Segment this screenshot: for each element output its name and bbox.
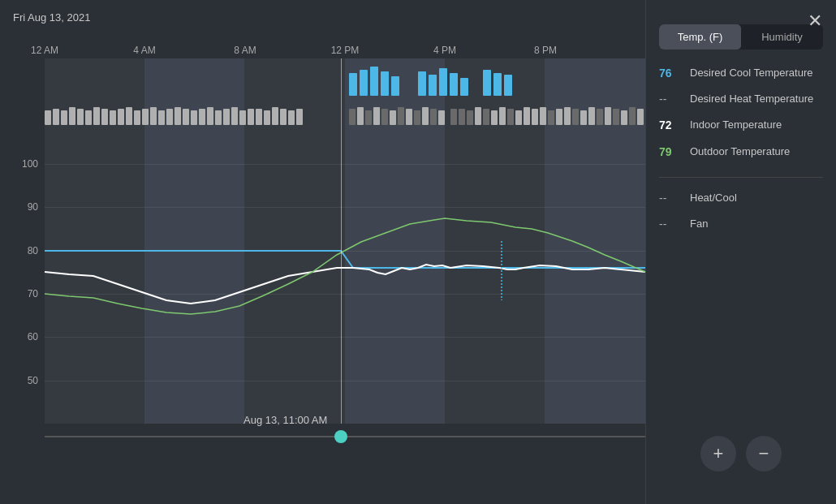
heatcool-label: Heat/Cool [690,191,737,205]
desired-cool-label: Desired Cool Temperature [690,66,813,80]
close-button[interactable]: ✕ [802,8,828,34]
cooling-bars [349,62,399,96]
fan-dash: -- [659,217,682,230]
y-label-90: 90 [28,201,38,213]
separator [659,177,823,178]
time-label-4am: 4 AM [133,45,155,56]
scrubber-dot[interactable] [334,430,347,443]
fan-label: Fan [690,217,708,231]
legend-item-desired-cool: 76 Desired Cool Temperature [659,66,823,80]
cooling-bars-3 [483,62,512,96]
desired-heat-dash: -- [659,92,682,106]
scrubber-area[interactable] [45,429,645,445]
outdoor-temp-value: 79 [659,144,682,158]
fan-bars-right [450,104,644,125]
time-label-4pm: 4 PM [433,45,456,56]
time-label-12pm: 12 PM [331,45,360,56]
desired-heat-label: Desired Heat Temperature [690,92,813,106]
legend-item-fan: -- Fan [659,217,823,231]
toggle-group: Temp. (F) Humidity [659,24,823,50]
time-axis: 12 AM 4 AM 8 AM 12 PM 4 PM 8 PM [45,42,645,58]
fan-bars-mid [349,104,445,125]
right-panel: Temp. (F) Humidity 76 Desired Cool Tempe… [645,0,836,504]
legend-item-desired-heat: -- Desired Heat Temperature [659,92,823,106]
close-icon: ✕ [808,11,822,32]
activity-area [45,58,645,164]
heatcool-dash: -- [659,191,682,205]
graph-area [45,164,645,424]
outdoor-temp-label: Outdoor Temperature [690,144,790,159]
legend-item-heatcool: -- Heat/Cool [659,191,823,205]
y-axis: 100 90 80 70 60 50 [0,164,45,424]
y-label-70: 70 [28,288,38,299]
date-label: Fri Aug 13, 2021 [13,11,90,24]
temp-toggle-btn[interactable]: Temp. (F) [659,24,741,50]
y-label-50: 50 [28,375,38,386]
time-label-8pm: 8 PM [534,45,557,56]
legend-item-outdoor: 79 Outdoor Temperature [659,144,823,159]
fan-bars-1 [45,104,303,125]
y-label-100: 100 [22,158,38,170]
y-label-60: 60 [28,331,38,342]
indoor-temp-line [45,265,645,304]
y-label-80: 80 [28,245,38,256]
main-container: Fri Aug 13, 2021 12 AM 4 AM 8 AM 12 PM 4… [0,0,836,504]
cooling-bars-2 [418,62,468,96]
zoom-controls: + − [659,436,823,488]
time-label-12am: 12 AM [31,45,58,56]
zoom-in-btn[interactable]: + [700,436,736,472]
scrubber-timestamp: Aug 13, 11:00 AM [243,414,327,426]
indoor-temp-label: Indoor Temperature [690,118,782,132]
chart-svg [45,164,645,424]
indoor-temp-value: 72 [659,118,682,131]
time-label-8am: 8 AM [234,45,256,56]
zoom-out-btn[interactable]: − [746,436,782,472]
chart-area: Fri Aug 13, 2021 12 AM 4 AM 8 AM 12 PM 4… [0,0,645,504]
desired-cool-line [45,251,645,268]
legend-item-indoor: 72 Indoor Temperature [659,118,823,132]
desired-cool-value: 76 [659,66,682,80]
